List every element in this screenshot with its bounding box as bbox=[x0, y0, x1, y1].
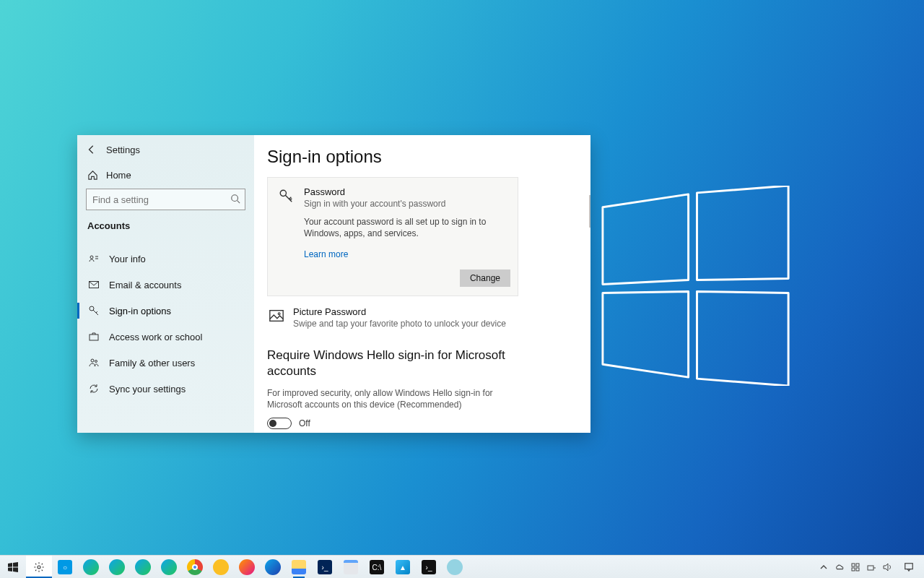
svg-point-25 bbox=[38, 566, 40, 569]
briefcase-icon bbox=[87, 330, 100, 343]
taskbar-settings-button[interactable] bbox=[26, 556, 52, 578]
titlebar: Settings bbox=[77, 135, 254, 164]
back-button[interactable] bbox=[82, 139, 102, 160]
home-label: Home bbox=[106, 170, 131, 181]
taskbar-app-photos[interactable]: ▲ bbox=[390, 556, 416, 578]
sidebar-item-access-work-school[interactable]: Access work or school bbox=[77, 324, 254, 350]
search-icon bbox=[230, 194, 240, 206]
scrollbar[interactable] bbox=[589, 195, 590, 228]
page-title: Sign-in options bbox=[267, 147, 575, 167]
sidebar-item-sync-settings[interactable]: Sync your settings bbox=[77, 376, 254, 402]
svg-rect-30 bbox=[868, 566, 873, 570]
picture-title: Picture Password bbox=[293, 306, 518, 317]
svg-point-10 bbox=[90, 256, 93, 259]
taskbar-app-cmd[interactable]: C:\ bbox=[364, 556, 390, 578]
svg-marker-24 bbox=[13, 567, 18, 572]
category-label: Accounts bbox=[77, 220, 254, 240]
svg-marker-1 bbox=[697, 186, 788, 280]
svg-line-9 bbox=[237, 201, 240, 204]
taskbar-app-firefox[interactable] bbox=[234, 556, 260, 578]
taskbar-app-chrome-canary[interactable] bbox=[208, 556, 234, 578]
sidebar: Settings Home Accounts Your info bbox=[77, 135, 254, 433]
picture-password-option[interactable]: Picture Password Swipe and tap your favo… bbox=[267, 306, 518, 329]
home-nav[interactable]: Home bbox=[77, 164, 254, 189]
svg-point-16 bbox=[91, 359, 94, 362]
password-description: Your account password is all set up to s… bbox=[304, 216, 509, 239]
tray-volume-icon[interactable] bbox=[879, 556, 895, 579]
start-button[interactable] bbox=[0, 556, 26, 578]
taskbar-app-firefox-dev[interactable] bbox=[260, 556, 286, 578]
taskbar-app-powershell[interactable]: ›_ bbox=[312, 556, 338, 578]
svg-rect-26 bbox=[852, 564, 855, 566]
hello-heading: Require Windows Hello sign-in for Micros… bbox=[267, 348, 513, 379]
password-title: Password bbox=[304, 186, 509, 197]
svg-marker-21 bbox=[8, 563, 12, 567]
svg-rect-15 bbox=[90, 335, 98, 340]
hello-toggle[interactable] bbox=[267, 418, 292, 429]
taskbar-app-generic[interactable] bbox=[442, 556, 468, 578]
search-input-wrap[interactable] bbox=[86, 189, 245, 210]
hello-description: For improved security, only allow Window… bbox=[267, 387, 513, 410]
mail-icon bbox=[87, 278, 100, 291]
settings-window: Settings Home Accounts Your info bbox=[77, 135, 590, 433]
svg-rect-27 bbox=[856, 564, 859, 566]
search-input[interactable] bbox=[92, 194, 239, 205]
taskbar-app-edge-2[interactable] bbox=[104, 556, 130, 578]
taskbar-app-terminal[interactable]: ›_ bbox=[416, 556, 442, 578]
sidebar-item-sign-in-options[interactable]: Sign-in options bbox=[77, 298, 254, 324]
svg-point-20 bbox=[278, 313, 280, 315]
sidebar-item-label: Access work or school bbox=[109, 332, 202, 342]
taskbar: ○ ›_ C:\ ▲ ›_ bbox=[0, 555, 924, 578]
tray-onedrive-icon[interactable] bbox=[832, 556, 847, 579]
sidebar-item-label: Sync your settings bbox=[109, 384, 186, 394]
svg-point-17 bbox=[95, 361, 97, 363]
svg-point-8 bbox=[232, 195, 238, 202]
svg-rect-19 bbox=[270, 311, 283, 322]
sidebar-item-label: Sign-in options bbox=[109, 306, 171, 316]
tray-security-icon[interactable] bbox=[847, 556, 863, 579]
sidebar-item-label: Email & accounts bbox=[109, 280, 181, 290]
taskbar-app-notepad[interactable] bbox=[338, 556, 364, 578]
change-button[interactable]: Change bbox=[460, 269, 510, 287]
home-icon bbox=[86, 168, 99, 181]
taskbar-app-edge-3[interactable] bbox=[130, 556, 156, 578]
sidebar-item-email-accounts[interactable]: Email & accounts bbox=[77, 272, 254, 298]
hello-toggle-row: Off bbox=[267, 418, 575, 429]
svg-rect-29 bbox=[856, 568, 859, 571]
key-icon bbox=[278, 186, 295, 287]
tray-network-icon[interactable] bbox=[863, 556, 879, 579]
desktop: Settings Home Accounts Your info bbox=[0, 0, 924, 578]
system-tray bbox=[816, 556, 924, 578]
svg-rect-31 bbox=[905, 563, 913, 569]
sidebar-item-your-info[interactable]: Your info bbox=[77, 246, 254, 272]
learn-more-link[interactable]: Learn more bbox=[304, 249, 348, 259]
taskbar-app-cortana[interactable]: ○ bbox=[52, 556, 78, 578]
taskbar-app-edge-1[interactable] bbox=[78, 556, 104, 578]
picture-subtitle: Swipe and tap your favorite photo to unl… bbox=[293, 319, 518, 329]
tray-chevron-up-icon[interactable] bbox=[816, 556, 832, 579]
sync-icon bbox=[87, 382, 100, 395]
tray-action-center-icon[interactable] bbox=[898, 556, 920, 579]
taskbar-app-chrome[interactable] bbox=[182, 556, 208, 578]
password-subtitle: Sign in with your account's password bbox=[304, 199, 509, 209]
key-icon bbox=[87, 304, 100, 317]
person-card-icon bbox=[87, 252, 100, 265]
content-area: Sign-in options Password Sign in with yo… bbox=[254, 135, 590, 433]
svg-marker-23 bbox=[8, 567, 12, 571]
password-option-card[interactable]: Password Sign in with your account's pas… bbox=[267, 177, 518, 296]
sidebar-item-label: Family & other users bbox=[109, 358, 195, 368]
svg-rect-28 bbox=[852, 568, 855, 571]
window-title: Settings bbox=[106, 144, 140, 155]
svg-marker-2 bbox=[603, 291, 689, 377]
sidebar-item-family-users[interactable]: Family & other users bbox=[77, 350, 254, 376]
sidebar-item-label: Your info bbox=[109, 254, 146, 264]
svg-marker-22 bbox=[13, 562, 18, 567]
svg-marker-0 bbox=[603, 194, 689, 285]
people-icon bbox=[87, 356, 100, 369]
taskbar-app-explorer[interactable] bbox=[286, 556, 312, 578]
picture-icon bbox=[267, 306, 284, 329]
hello-toggle-label: Off bbox=[299, 418, 310, 428]
taskbar-app-edge-4[interactable] bbox=[156, 556, 182, 578]
windows-logo bbox=[596, 186, 796, 386]
svg-marker-3 bbox=[697, 291, 788, 386]
